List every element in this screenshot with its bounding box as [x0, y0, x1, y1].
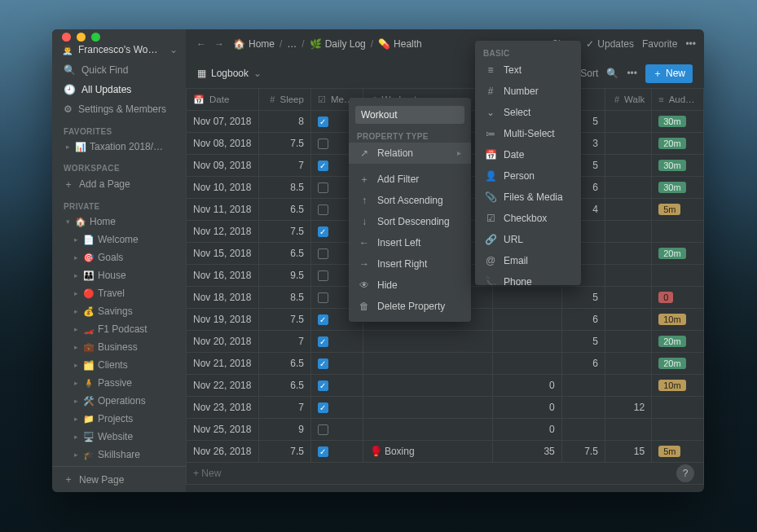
table-row[interactable]: Nov 25, 2018 9 0: [187, 419, 704, 441]
cell-date[interactable]: Nov 22, 2018: [187, 375, 259, 397]
checkbox[interactable]: [318, 314, 328, 325]
cell-meditate[interactable]: [310, 375, 363, 397]
cell-audible[interactable]: 20m: [652, 133, 704, 155]
back-button[interactable]: ←: [194, 38, 209, 50]
cell-sleep[interactable]: 8.5: [259, 177, 311, 199]
cell-sleep[interactable]: 9.5: [259, 265, 311, 287]
cell-sleep[interactable]: 7.5: [259, 441, 311, 463]
cell-date[interactable]: Nov 25, 2018: [187, 419, 259, 441]
table-row[interactable]: Nov 23, 2018 7 0 12: [187, 397, 704, 419]
updates-button[interactable]: ✓Updates: [586, 38, 634, 50]
checkbox[interactable]: [318, 336, 328, 347]
cell-walk[interactable]: [605, 309, 651, 331]
view-tab-logbook[interactable]: ▦ Logbook ⌄: [197, 68, 262, 79]
cell-sleep[interactable]: 7.5: [259, 133, 311, 155]
more-icon[interactable]: •••: [627, 68, 637, 79]
cell-audible[interactable]: 20m: [652, 331, 704, 353]
cell-audible[interactable]: 10m: [652, 309, 704, 331]
cell-walk[interactable]: [605, 331, 651, 353]
settings-members[interactable]: ⚙︎ Settings & Members: [52, 99, 186, 119]
cell-date[interactable]: Nov 19, 2018: [187, 309, 259, 331]
cell-col5[interactable]: [492, 287, 561, 309]
disclosure-right-icon[interactable]: ▸: [72, 411, 80, 426]
cell-date[interactable]: Nov 10, 2018: [187, 177, 259, 199]
cell-sleep[interactable]: 7: [259, 331, 311, 353]
type-option[interactable]: ≔ Multi-Select: [475, 123, 581, 144]
help-button[interactable]: ?: [676, 464, 694, 482]
cell-walk[interactable]: [605, 199, 651, 221]
cell-meditate[interactable]: [310, 441, 363, 463]
sort-button[interactable]: Sort: [580, 68, 598, 79]
tree-item[interactable]: ▸ 💰 Savings: [52, 302, 186, 320]
column-header-date[interactable]: 📅Date: [187, 89, 259, 111]
cell-sleep[interactable]: 6.5: [259, 375, 311, 397]
menu-item[interactable]: ＋ Add Filter: [349, 169, 471, 190]
cell-date[interactable]: Nov 20, 2018: [187, 331, 259, 353]
workspace-switcher[interactable]: 👨‍💼 Francesco's Wo… ⌄: [52, 41, 186, 60]
cell-walk[interactable]: 12: [605, 397, 651, 419]
checkbox[interactable]: [318, 204, 328, 215]
menu-item[interactable]: 🗑 Delete Property: [349, 296, 471, 317]
type-option[interactable]: ≡ Text: [475, 59, 581, 81]
cell-walk[interactable]: [605, 221, 651, 243]
cell-meditate[interactable]: [310, 419, 363, 441]
cell-workout[interactable]: 🥊 Boxing: [363, 441, 492, 463]
tree-item[interactable]: ▸ 🖥️ Website: [52, 428, 186, 446]
cell-walk[interactable]: 15: [605, 441, 651, 463]
cell-audible[interactable]: 5m: [652, 199, 704, 221]
cell-date[interactable]: Nov 21, 2018: [187, 353, 259, 375]
cell-audible[interactable]: 30m: [652, 177, 704, 199]
type-option[interactable]: 🔗 URL: [475, 229, 581, 250]
cell-col6[interactable]: 5: [561, 287, 605, 309]
cell-date[interactable]: Nov 16, 2018: [187, 265, 259, 287]
new-button[interactable]: ＋New: [645, 64, 693, 83]
cell-sleep[interactable]: 7: [259, 397, 311, 419]
cell-col6[interactable]: [561, 419, 605, 441]
cell-col5[interactable]: [492, 353, 561, 375]
cell-date[interactable]: Nov 26, 2018: [187, 441, 259, 463]
cell-audible[interactable]: [652, 221, 704, 243]
breadcrumb-item[interactable]: 🏠 Home: [233, 38, 275, 50]
checkbox[interactable]: [318, 138, 328, 149]
column-header-sleep[interactable]: #Sleep: [259, 89, 311, 111]
disclosure-right-icon[interactable]: ▸: [72, 232, 80, 247]
cell-walk[interactable]: [605, 177, 651, 199]
cell-audible[interactable]: 0: [652, 287, 704, 309]
table-row[interactable]: Nov 20, 2018 7 5 20m: [187, 331, 704, 353]
cell-sleep[interactable]: 7.5: [259, 221, 311, 243]
cell-meditate[interactable]: [310, 331, 363, 353]
checkbox[interactable]: [318, 380, 328, 391]
disclosure-right-icon[interactable]: ▸: [72, 340, 80, 354]
tree-item-home[interactable]: ▾ 🏠 Home: [52, 213, 186, 231]
tree-item[interactable]: ▸ 👪 House: [52, 266, 186, 284]
forward-button[interactable]: →: [212, 38, 227, 50]
cell-walk[interactable]: [605, 133, 651, 155]
cell-audible[interactable]: [652, 397, 704, 419]
cell-col5[interactable]: 35: [492, 441, 561, 463]
cell-workout[interactable]: [363, 375, 492, 397]
cell-date[interactable]: Nov 12, 2018: [187, 221, 259, 243]
checkbox[interactable]: [318, 270, 328, 281]
cell-walk[interactable]: [605, 353, 651, 375]
search-icon[interactable]: 🔍: [606, 68, 618, 79]
cell-sleep[interactable]: 8: [259, 111, 311, 133]
disclosure-right-icon[interactable]: ▸: [72, 304, 80, 319]
cell-col6[interactable]: 6: [561, 309, 605, 331]
checkbox[interactable]: [318, 358, 328, 369]
type-option[interactable]: # Number: [475, 81, 581, 102]
tree-item[interactable]: ▸ 📄 Welcome: [52, 231, 186, 248]
favorite-button[interactable]: Favorite: [642, 38, 677, 50]
cell-audible[interactable]: [652, 419, 704, 441]
cell-col5[interactable]: [492, 331, 561, 353]
tree-item[interactable]: ▸ 📁 Projects: [52, 410, 186, 428]
table-row[interactable]: Nov 22, 2018 6.5 0 10m: [187, 375, 704, 397]
disclosure-right-icon[interactable]: ▸: [72, 447, 80, 462]
cell-workout[interactable]: [363, 419, 492, 441]
tree-item[interactable]: ▸ 💼 Business: [52, 338, 186, 356]
checkbox[interactable]: [318, 424, 328, 435]
type-option[interactable]: 📎 Files & Media: [475, 187, 581, 208]
column-header-walk[interactable]: #Walk: [605, 89, 651, 111]
cell-sleep[interactable]: 7: [259, 155, 311, 177]
quick-find[interactable]: 🔍 Quick Find: [52, 60, 186, 80]
cell-col5[interactable]: 0: [492, 419, 561, 441]
